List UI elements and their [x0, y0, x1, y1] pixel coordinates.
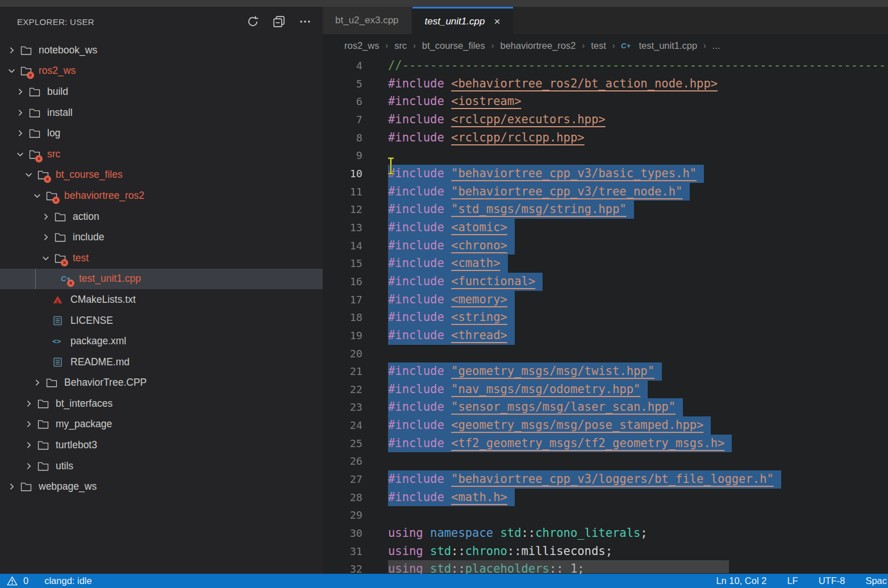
- tree-item-bt_interfaces[interactable]: bt_interfaces: [0, 393, 323, 414]
- code-line-16[interactable]: 16#include <functional>: [323, 273, 888, 291]
- chevron-right-icon[interactable]: [24, 461, 37, 471]
- code-token: #include: [388, 310, 451, 324]
- code-line-25[interactable]: 25#include <tf2_geometry_msgs/tf2_geomet…: [323, 435, 888, 453]
- tree-item-behaviortree_ros2[interactable]: ×behaviortree_ros2: [0, 185, 323, 206]
- chevron-right-icon[interactable]: [15, 87, 29, 97]
- code-line-28[interactable]: 28#include <math.h>: [323, 489, 888, 507]
- cursor-position[interactable]: Ln 10, Col 2: [716, 576, 766, 586]
- tree-item-webpage_ws[interactable]: webpage_ws: [0, 476, 323, 497]
- tree-item-package.xml[interactable]: <>package.xml: [0, 331, 323, 352]
- chevron-down-icon[interactable]: [32, 191, 46, 201]
- tree-item-BehaviorTree.CPP[interactable]: BehaviorTree.CPP: [0, 373, 323, 394]
- tree-item-src[interactable]: ×src: [0, 144, 323, 165]
- breadcrumb-item-src[interactable]: src: [394, 40, 407, 51]
- code-line-24[interactable]: 24#include <geometry_msgs/msg/pose_stamp…: [323, 416, 888, 435]
- tree-item-label: src: [47, 148, 60, 160]
- chevron-down-icon[interactable]: [15, 149, 29, 159]
- tree-item-my_package[interactable]: my_package: [0, 414, 323, 435]
- code-line-5[interactable]: 5#include <behaviortree_ros2/bt_action_n…: [323, 75, 888, 93]
- tree-item-ros2_ws[interactable]: ×ros2_ws: [0, 61, 323, 82]
- breadcrumb-item-test_unit1.cpp[interactable]: C+test_unit1.cpp: [621, 40, 697, 51]
- collapse-folders-icon[interactable]: [273, 15, 285, 28]
- code-line-22[interactable]: 22#include "nav_msgs/msg/odometry.hpp": [323, 381, 888, 399]
- eol-indicator[interactable]: LF: [787, 576, 798, 586]
- code-line-4[interactable]: 4//-------------------------------------…: [323, 57, 888, 75]
- chevron-down-icon[interactable]: [41, 253, 55, 263]
- tree-item-action[interactable]: action: [0, 206, 323, 227]
- tab-bt_u2_ex3.cpp[interactable]: bt_u2_ex3.cpp: [323, 7, 411, 34]
- chevron-right-icon[interactable]: [24, 419, 37, 429]
- code-line-7[interactable]: 7#include <rclcpp/executors.hpp>: [323, 111, 888, 129]
- tree-item-test[interactable]: ×test: [0, 248, 323, 269]
- tree-item-turtlebot3[interactable]: turtlebot3: [0, 435, 323, 456]
- code-line-17[interactable]: 17#include <memory>: [323, 291, 888, 309]
- code-line-29[interactable]: 29: [323, 506, 888, 524]
- folder-icon: ×: [46, 191, 64, 201]
- chevron-down-icon[interactable]: [24, 170, 37, 180]
- more-actions-icon[interactable]: [299, 15, 311, 28]
- encoding-indicator[interactable]: UTF-8: [819, 576, 845, 586]
- tree-item-include[interactable]: include: [0, 227, 323, 248]
- breadcrumb-label: ros2_ws: [344, 40, 379, 51]
- code-line-6[interactable]: 6#include <iostream>: [323, 93, 888, 111]
- tree-item-label: BehaviorTree.CPP: [64, 377, 147, 389]
- tree-item-test_unit1.cpp[interactable]: C+×test_unit1.cpp: [0, 269, 323, 290]
- chevron-right-icon[interactable]: [24, 399, 37, 408]
- tree-item-README.md[interactable]: README.md: [0, 352, 323, 373]
- code-line-8[interactable]: 8#include <rclcpp/rclcpp.hpp>: [323, 129, 888, 147]
- chevron-right-icon[interactable]: [32, 378, 46, 387]
- code-line-23[interactable]: 23#include "sensor_msgs/msg/laser_scan.h…: [323, 398, 888, 416]
- code-line-21[interactable]: 21#include "geometry_msgs/msg/twist.hpp": [323, 362, 888, 381]
- chevron-right-icon[interactable]: [15, 108, 29, 118]
- code-line-20[interactable]: 20: [323, 345, 888, 363]
- code-token: <chrono>: [451, 239, 507, 252]
- code-line-26[interactable]: 26: [323, 452, 888, 470]
- line-number: 23: [323, 398, 362, 416]
- code-line-9[interactable]: 9: [323, 147, 888, 165]
- breadcrumb-item-bt_course_files[interactable]: bt_course_files: [422, 40, 485, 51]
- code-line-13[interactable]: 13#include <atomic>: [323, 219, 888, 237]
- tree-item-install[interactable]: install: [0, 102, 323, 123]
- code-token: #include: [388, 166, 451, 180]
- tree-item-build[interactable]: build: [0, 81, 323, 102]
- tree-item-log[interactable]: log: [0, 123, 323, 144]
- breadcrumb-item-behaviortree_ros2[interactable]: behaviortree_ros2: [500, 40, 576, 51]
- chevron-right-icon[interactable]: [41, 212, 55, 222]
- chevron-right-icon[interactable]: [7, 45, 20, 55]
- problems-count[interactable]: 0: [23, 576, 28, 586]
- tree-item-CMakeLists.txt[interactable]: CMakeLists.txt: [0, 289, 323, 310]
- code-line-18[interactable]: 18#include <string>: [323, 308, 888, 327]
- tree-item-utils[interactable]: utils: [0, 456, 323, 477]
- indent-indicator[interactable]: Spac: [865, 576, 887, 586]
- tree-item-bt_course_files[interactable]: ×bt_course_files: [0, 165, 323, 186]
- horizontal-scrollbar[interactable]: [388, 560, 729, 573]
- code-line-14[interactable]: 14#include <chrono>: [323, 237, 888, 255]
- tree-item-LICENSE[interactable]: LICENSE: [0, 310, 323, 331]
- chevron-right-icon[interactable]: [7, 482, 20, 491]
- code-line-31[interactable]: 31using std::chrono::milliseconds;: [323, 543, 888, 561]
- chevron-right-icon[interactable]: [24, 440, 37, 450]
- clangd-status[interactable]: clangd: idle: [44, 576, 91, 586]
- tab-test_unit1.cpp[interactable]: test_unit1.cpp×: [412, 7, 513, 34]
- refresh-explorer-icon[interactable]: [247, 15, 259, 28]
- code-line-19[interactable]: 19#include <thread>: [323, 327, 888, 345]
- breadcrumb-item-test[interactable]: test: [591, 40, 606, 51]
- breadcrumb-item-...[interactable]: ...: [712, 40, 720, 51]
- code-line-27[interactable]: 27#include "behaviortree_cpp_v3/loggers/…: [323, 470, 888, 489]
- breadcrumb-label: test_unit1.cpp: [639, 40, 697, 51]
- line-content: #include "std_msgs/msg/string.hpp": [362, 201, 634, 219]
- chevron-down-icon[interactable]: [7, 66, 20, 76]
- chevron-right-icon[interactable]: [15, 128, 29, 138]
- breadcrumb-item-ros2_ws[interactable]: ros2_ws: [344, 40, 379, 51]
- close-tab-icon[interactable]: ×: [494, 16, 500, 27]
- code-line-10[interactable]: 10#include "behaviortree_cpp_v3/basic_ty…: [323, 165, 888, 183]
- warning-icon[interactable]: [7, 576, 18, 586]
- code-line-15[interactable]: 15#include <cmath>: [323, 255, 888, 273]
- tree-item-notebook_ws[interactable]: notebook_ws: [0, 40, 323, 61]
- code-token: [423, 526, 430, 540]
- code-line-30[interactable]: 30using namespace std::chrono_literals;: [323, 524, 888, 543]
- code-line-12[interactable]: 12#include "std_msgs/msg/string.hpp": [323, 201, 888, 219]
- code-line-11[interactable]: 11#include "behaviortree_cpp_v3/tree_nod…: [323, 183, 888, 201]
- chevron-right-icon[interactable]: [41, 232, 55, 242]
- line-content: #include <rclcpp/rclcpp.hpp>: [362, 129, 585, 147]
